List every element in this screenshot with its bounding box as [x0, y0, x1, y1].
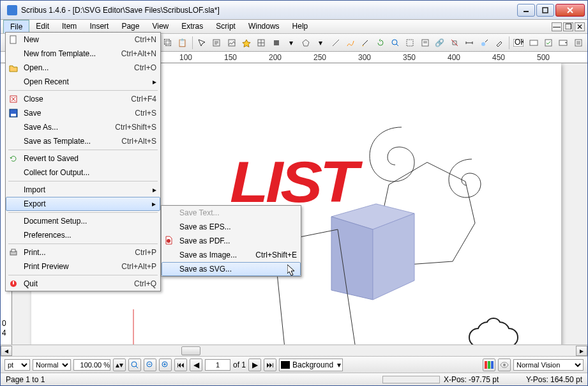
polygon-icon[interactable] — [299, 36, 313, 50]
mdi-minimize-button[interactable]: — — [552, 22, 562, 31]
cms-icon[interactable] — [483, 359, 495, 371]
last-page-icon[interactable]: ⏭ — [264, 359, 276, 371]
menu-insert[interactable]: Insert — [83, 20, 115, 33]
menu-revert-to-saved[interactable]: Revert to Saved — [6, 151, 160, 166]
menu-file[interactable]: File — [3, 20, 29, 33]
menu-windows[interactable]: Windows — [242, 20, 286, 33]
scroll-right-icon[interactable]: ▸ — [576, 346, 587, 356]
menu-save-as-template-[interactable]: Save as Template...Ctrl+Alt+S — [6, 134, 160, 148]
menu-document-setup-[interactable]: Document Setup... — [6, 214, 160, 228]
paste-icon[interactable]: 📋 — [176, 36, 189, 50]
maximize-button[interactable] — [536, 4, 554, 17]
eyedropper-icon[interactable] — [492, 36, 506, 50]
pdf-list-icon[interactable] — [571, 36, 585, 50]
export-save-as-pdf-[interactable]: Save as PDF... — [162, 234, 301, 248]
page-number-input[interactable] — [205, 359, 230, 371]
h-scrollbar[interactable]: ◂ ▸ — [1, 344, 587, 356]
menu-import[interactable]: Import▸ — [6, 183, 160, 197]
unlinkframes-icon[interactable] — [448, 36, 462, 50]
svg-rect-38 — [13, 281, 14, 284]
menu-edit[interactable]: Edit — [29, 20, 56, 33]
mdi-close-button[interactable]: ✕ — [575, 22, 585, 31]
menu-new[interactable]: NewCtrl+N — [6, 33, 160, 47]
scroll-left-icon[interactable]: ◂ — [1, 346, 12, 356]
menu-close[interactable]: CloseCtrl+F4 — [6, 92, 160, 106]
menu-open-[interactable]: Open...Ctrl+O — [6, 61, 160, 75]
export-save-as-eps-[interactable]: Save as EPS... — [162, 220, 301, 234]
layer-select[interactable]: Background ▾ — [279, 359, 343, 371]
line-icon[interactable] — [329, 36, 342, 50]
shape-icon[interactable] — [269, 36, 283, 50]
titlebar: Scribus 1.4.6 - [D:\SVG Editor\Save File… — [1, 1, 587, 20]
textframe-icon[interactable] — [210, 36, 223, 50]
svg-point-24 — [132, 362, 137, 367]
pdf-button-icon[interactable]: OK — [512, 36, 525, 50]
menu-preferences-[interactable]: Preferences... — [6, 228, 160, 242]
prev-page-icon[interactable]: ◀ — [190, 359, 202, 371]
next-page-icon[interactable]: ▶ — [248, 359, 261, 371]
table-icon[interactable] — [255, 36, 268, 50]
menu-script[interactable]: Script — [209, 20, 242, 33]
first-page-icon[interactable]: ⏮ — [174, 359, 187, 371]
svg-text:OK: OK — [515, 39, 524, 47]
rotate-icon[interactable] — [373, 36, 387, 50]
view-select[interactable]: Normal — [33, 359, 71, 371]
export-save-as-image-[interactable]: Save as Image...Ctrl+Shift+E — [162, 248, 301, 262]
export-save-text-: Save Text... — [162, 206, 301, 220]
preview-icon[interactable] — [498, 359, 511, 371]
unit-select[interactable]: pt — [4, 359, 30, 371]
pdf-icon — [164, 236, 174, 246]
select-icon[interactable] — [195, 36, 208, 50]
minimize-button[interactable] — [517, 4, 535, 17]
chevron-down-icon[interactable]: ▾ — [314, 36, 328, 50]
menu-print-preview[interactable]: Print PreviewCtrl+Alt+P — [6, 259, 160, 274]
export-save-as-svg-[interactable]: Save as SVG... — [162, 262, 301, 276]
menu-page[interactable]: Page — [115, 20, 146, 33]
menu-new-from-template-[interactable]: New from Template...Ctrl+Alt+N — [6, 47, 160, 61]
pdf-text-icon[interactable] — [527, 36, 540, 50]
freehand-icon[interactable] — [359, 36, 372, 50]
cursor-icon — [287, 265, 298, 277]
measure-icon[interactable] — [463, 36, 476, 50]
zoom-step-icon[interactable]: ▴▾ — [113, 359, 126, 371]
chevron-down-icon[interactable]: ▾ — [284, 36, 298, 50]
svg-rect-34 — [11, 114, 16, 116]
menu-open-recent[interactable]: Open Recent▸ — [6, 75, 160, 89]
edit-content-icon[interactable] — [403, 36, 417, 50]
zoom-out-icon[interactable] — [144, 359, 156, 371]
menu-export[interactable]: Export▸ — [6, 197, 160, 211]
pdf-combo-icon[interactable] — [557, 36, 570, 50]
pdf-check-icon[interactable] — [541, 36, 555, 50]
close-button[interactable] — [555, 4, 585, 17]
window-buttons — [517, 4, 585, 17]
svg-rect-27 — [485, 361, 487, 369]
linkframes-icon[interactable]: 🔗 — [433, 36, 446, 50]
storyeditor-icon[interactable] — [418, 36, 432, 50]
menu-collect-for-output-[interactable]: Collect for Output... — [6, 166, 160, 180]
menu-help[interactable]: Help — [286, 20, 315, 33]
rendertable-icon[interactable] — [239, 36, 253, 50]
bezier-icon[interactable] — [343, 36, 357, 50]
menu-view[interactable]: View — [146, 20, 175, 33]
layer-color-swatch — [281, 361, 290, 369]
ypos-label: Y-Pos: — [526, 375, 548, 384]
window-title: Scribus 1.4.6 - [D:\SVG Editor\Save File… — [21, 6, 517, 15]
svg-rect-36 — [11, 249, 15, 252]
copy-icon[interactable]: ⿻ — [161, 36, 174, 50]
close-icon — [8, 94, 19, 104]
menu-save[interactable]: SaveCtrl+S — [6, 106, 160, 120]
imageframe-icon[interactable] — [225, 36, 238, 50]
menu-extras[interactable]: Extras — [175, 20, 209, 33]
zoom-icon[interactable] — [388, 36, 402, 50]
zoom-in-icon[interactable] — [159, 359, 172, 371]
zoom-input[interactable] — [73, 359, 110, 371]
vision-select[interactable]: Normal Vision — [513, 359, 584, 371]
copyprops-icon[interactable] — [478, 36, 491, 50]
menu-print-[interactable]: Print...Ctrl+P — [6, 245, 160, 259]
menu-save-as-[interactable]: Save As...Ctrl+Shift+S — [6, 120, 160, 134]
mdi-restore-button[interactable]: ❐ — [563, 22, 573, 31]
zoom-1-icon[interactable] — [128, 359, 141, 371]
menu-quit[interactable]: QuitCtrl+Q — [6, 277, 160, 291]
menu-item[interactable]: Item — [56, 20, 83, 33]
scroll-thumb[interactable] — [181, 346, 200, 355]
